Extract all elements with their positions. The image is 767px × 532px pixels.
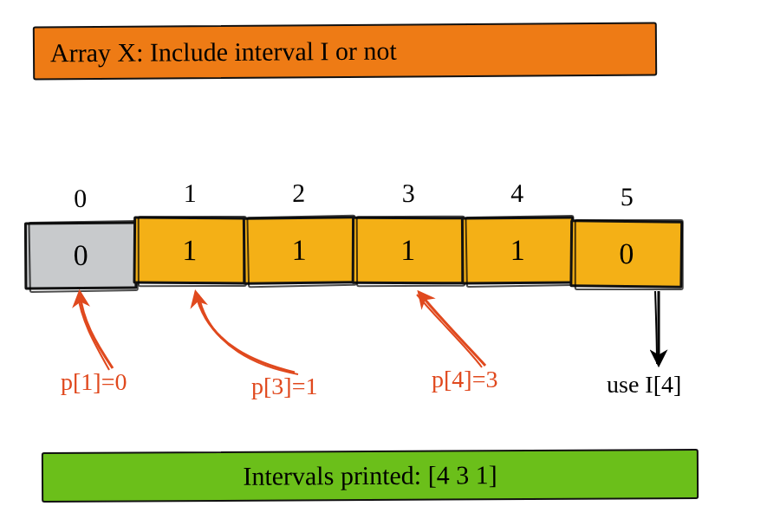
cell-value: 1 <box>243 216 356 284</box>
arrow-p4-icon <box>419 293 485 366</box>
cell-value: 1 <box>461 217 575 285</box>
cell-4: 4 1 <box>461 178 575 285</box>
index-label: 5 <box>621 182 634 215</box>
cell-1: 1 1 <box>133 178 246 284</box>
cell-value: 0 <box>24 222 138 290</box>
arrow-p3-icon <box>196 293 295 373</box>
cell-3: 3 1 <box>352 178 465 285</box>
pointer-p1: p[1]=0 <box>61 368 127 396</box>
footer-text: Intervals printed: [4 3 1] <box>243 460 497 490</box>
index-label: 3 <box>402 178 415 211</box>
index-label: 1 <box>184 178 197 211</box>
cell-value: 1 <box>352 217 465 285</box>
pointer-p4: p[4]=3 <box>432 366 497 393</box>
cell-0: 0 0 <box>24 184 138 290</box>
index-label: 4 <box>510 178 523 211</box>
cell-value: 1 <box>133 216 246 284</box>
title-bar: Array X: Include interval I or not <box>33 22 657 80</box>
cell-value: 0 <box>569 219 683 288</box>
cell-5: 5 0 <box>569 181 683 288</box>
use-interval-label: use I[4] <box>607 371 681 399</box>
index-label: 2 <box>292 178 305 211</box>
cell-2: 2 1 <box>242 178 355 284</box>
footer-bar: Intervals printed: [4 3 1] <box>42 449 699 503</box>
pointer-p3: p[3]=1 <box>251 373 317 400</box>
array-row: 0 0 1 1 2 1 3 1 4 1 5 0 <box>26 178 681 284</box>
index-label: 0 <box>74 184 87 217</box>
arrow-p1-icon <box>80 293 113 368</box>
title-text: Array X: Include interval I or not <box>50 36 397 68</box>
